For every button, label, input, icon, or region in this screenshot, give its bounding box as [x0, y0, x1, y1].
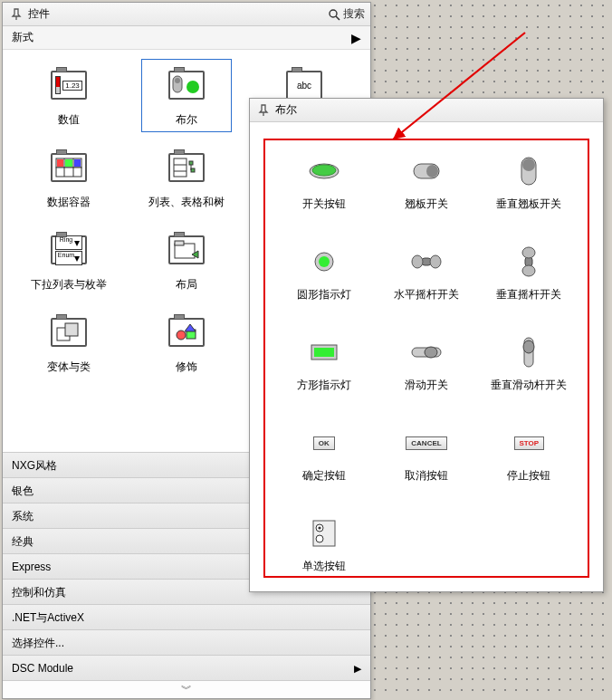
- rocker-switch-icon: [408, 153, 445, 189]
- palette-item-data-container[interactable]: 数据容器: [24, 141, 114, 215]
- palette-item-label: 数值: [58, 112, 80, 128]
- svg-point-49: [316, 535, 323, 542]
- expand-footer[interactable]: ︾: [3, 680, 370, 698]
- boolean-item-vert-rocker[interactable]: 垂直翘板开关: [478, 148, 580, 238]
- palette-item-label: 布局: [176, 277, 197, 292]
- boolean-item-vert-slide-switch[interactable]: 垂直滑动杆开关: [478, 329, 580, 419]
- search-button[interactable]: 搜索: [328, 6, 365, 22]
- palette-item-layout[interactable]: 布局: [141, 224, 232, 297]
- vert-toggle-icon: [511, 244, 547, 280]
- svg-rect-10: [65, 159, 72, 167]
- svg-point-4: [186, 81, 199, 93]
- palette-item-numeric[interactable]: 1.23数值: [24, 59, 114, 132]
- svg-rect-29: [426, 165, 438, 177]
- category-label: .NET与ActiveX: [12, 605, 84, 630]
- svg-rect-22: [65, 323, 78, 336]
- svg-point-39: [522, 265, 535, 276]
- variant-class-icon: [47, 311, 91, 354]
- svg-rect-15: [189, 161, 193, 165]
- boolean-item-label: 方形指示灯: [297, 378, 351, 393]
- category-label: NXG风格: [12, 453, 57, 478]
- stop-button-icon: STOP: [511, 425, 547, 461]
- svg-rect-31: [522, 158, 535, 171]
- layout-icon: [165, 228, 208, 272]
- boolean-item-vert-toggle[interactable]: 垂直摇杆开关: [478, 238, 580, 329]
- round-led-icon: [306, 244, 342, 280]
- svg-point-45: [523, 340, 534, 353]
- main-panel-title: 控件: [28, 6, 328, 22]
- svg-line-1: [336, 16, 339, 20]
- boolean-item-stop-button[interactable]: STOP停止按钮: [478, 419, 580, 510]
- category-row[interactable]: 选择控件...: [3, 629, 370, 655]
- ok-button-icon: OK: [306, 425, 342, 461]
- palette-item-label: 下拉列表与枚举: [31, 277, 107, 292]
- svg-rect-11: [74, 159, 81, 167]
- radio-button-icon: [306, 515, 342, 551]
- svg-marker-25: [185, 324, 196, 331]
- boolean-item-horiz-toggle[interactable]: 水平摇杆开关: [375, 238, 477, 329]
- svg-rect-9: [57, 159, 63, 167]
- boolean-items-grid: 开关按钮翘板开关垂直翘板开关圆形指示灯水平摇杆开关垂直摇杆开关方形指示灯滑动开关…: [263, 139, 589, 578]
- svg-rect-19: [175, 241, 184, 245]
- palette-item-label: 变体与类: [47, 360, 91, 375]
- vert-slide-switch-icon: [511, 334, 547, 370]
- boolean-item-push-button[interactable]: 开关按钮: [273, 148, 375, 238]
- svg-point-36: [430, 255, 441, 268]
- category-subheader[interactable]: 新式 ▶: [3, 26, 370, 50]
- pin-icon[interactable]: [255, 102, 272, 119]
- svg-point-48: [318, 526, 320, 529]
- boolean-item-label: 翘板开关: [405, 197, 448, 212]
- palette-item-decoration[interactable]: 修饰: [141, 306, 232, 379]
- boolean-item-label: 取消按钮: [405, 468, 448, 484]
- boolean-item-label: 垂直翘板开关: [496, 197, 561, 212]
- boolean-item-ok-button[interactable]: OK确定按钮: [273, 419, 375, 510]
- boolean-item-label: 垂直摇杆开关: [496, 287, 561, 302]
- push-button-icon: [306, 153, 342, 189]
- submenu-arrow-icon: ▶: [354, 656, 361, 681]
- svg-point-27: [312, 165, 336, 176]
- svg-point-0: [330, 10, 337, 17]
- svg-point-38: [522, 247, 535, 258]
- sub-panel-header: 布尔: [250, 99, 603, 122]
- palette-item-list-table-tree[interactable]: 列表、表格和树: [141, 141, 232, 215]
- boolean-item-rocker-switch[interactable]: 翘板开关: [375, 148, 477, 238]
- category-label: 系统: [12, 503, 33, 529]
- palette-item-label: 修饰: [176, 360, 197, 375]
- list-table-tree-icon: [165, 146, 208, 189]
- palette-item-label: 列表、表格和树: [148, 195, 225, 210]
- slide-switch-icon: [408, 334, 445, 370]
- svg-rect-16: [191, 168, 195, 172]
- category-row[interactable]: DSC Module▶: [3, 655, 370, 680]
- vert-rocker-icon: [511, 153, 547, 189]
- svg-rect-41: [314, 348, 334, 357]
- square-led-icon: [306, 334, 342, 370]
- svg-point-43: [425, 347, 437, 358]
- category-label: 银色: [12, 478, 33, 503]
- palette-item-variant-class[interactable]: 变体与类: [24, 306, 114, 379]
- expand-chevron-icon: ︾: [181, 682, 192, 697]
- decoration-icon: [165, 311, 208, 354]
- palette-item-ring-enum[interactable]: Ring ▾Enum ▾下拉列表与枚举: [24, 224, 114, 297]
- sub-panel-title: 布尔: [275, 102, 297, 118]
- boolean-item-cancel-button[interactable]: CANCEL取消按钮: [375, 419, 477, 510]
- palette-item-boolean[interactable]: 布尔: [141, 59, 232, 132]
- boolean-item-round-led[interactable]: 圆形指示灯: [273, 238, 375, 329]
- boolean-icon: [165, 63, 208, 107]
- data-container-icon: [47, 146, 91, 189]
- svg-rect-12: [174, 158, 186, 177]
- boolean-item-square-led[interactable]: 方形指示灯: [273, 329, 375, 419]
- ring-enum-icon: Ring ▾Enum ▾: [47, 228, 91, 272]
- boolean-item-label: 圆形指示灯: [297, 287, 351, 302]
- boolean-item-label: 开关按钮: [302, 197, 346, 212]
- boolean-item-slide-switch[interactable]: 滑动开关: [375, 329, 477, 419]
- numeric-icon: 1.23: [47, 63, 91, 107]
- cancel-button-icon: CANCEL: [408, 425, 445, 461]
- category-row[interactable]: .NET与ActiveX: [3, 604, 370, 629]
- subheader-label: 新式: [12, 30, 33, 45]
- pin-icon[interactable]: [8, 6, 24, 23]
- boolean-item-label: 滑动开关: [405, 378, 448, 393]
- category-label: Express: [12, 554, 51, 580]
- category-label: 经典: [12, 529, 33, 554]
- boolean-item-radio-button[interactable]: 单选按钮: [273, 510, 375, 600]
- category-label: 选择控件...: [12, 630, 64, 656]
